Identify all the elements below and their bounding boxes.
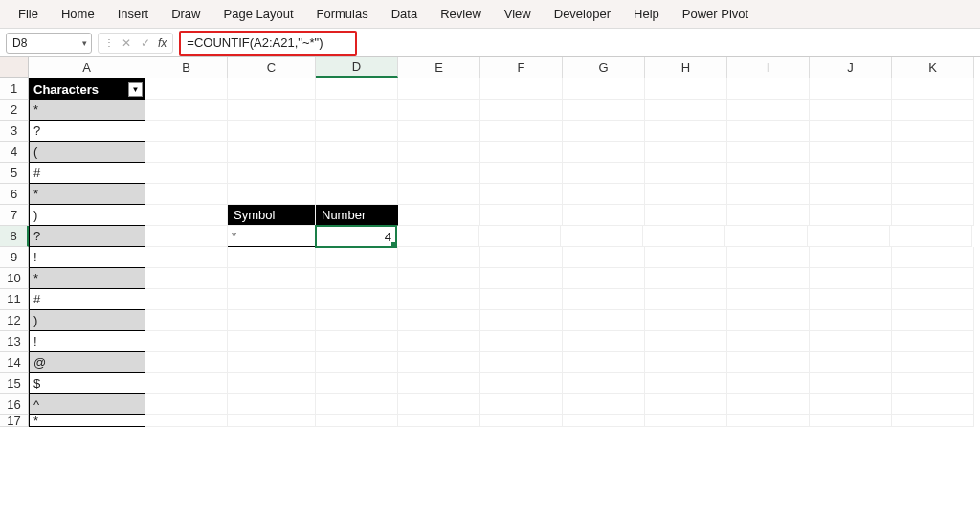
cell-I1[interactable]	[727, 78, 810, 100]
cell-K10[interactable]	[892, 268, 974, 289]
cell-A5[interactable]: #	[29, 163, 145, 184]
col-header-A[interactable]: A	[29, 57, 145, 78]
formula-bar[interactable]: =COUNTIF(A2:A21,"~*")	[179, 31, 357, 56]
cell-G10[interactable]	[563, 268, 645, 289]
cell-I17[interactable]	[727, 415, 810, 427]
cell-E15[interactable]	[398, 373, 480, 394]
cell-C15[interactable]	[228, 373, 316, 394]
cell-J17[interactable]	[810, 415, 892, 427]
cell-C6[interactable]	[228, 184, 316, 205]
cell-F16[interactable]	[480, 394, 563, 415]
tab-file[interactable]: File	[8, 1, 49, 27]
cell-K17[interactable]	[892, 415, 974, 427]
cell-H11[interactable]	[645, 289, 727, 310]
cell-E2[interactable]	[398, 100, 480, 121]
cell-B15[interactable]	[145, 373, 228, 394]
row-header-12[interactable]: 12	[0, 310, 29, 331]
row-header-16[interactable]: 16	[0, 394, 29, 415]
cell-G13[interactable]	[563, 331, 645, 352]
cell-B13[interactable]	[145, 331, 228, 352]
cell-B11[interactable]	[145, 289, 228, 310]
cell-H14[interactable]	[645, 352, 727, 373]
cell-A2[interactable]: *	[29, 100, 145, 121]
cell-I9[interactable]	[727, 247, 810, 268]
cell-D16[interactable]	[316, 394, 398, 415]
cell-J11[interactable]	[810, 289, 892, 310]
cell-A16[interactable]: ^	[29, 394, 145, 415]
cell-B17[interactable]	[145, 415, 228, 427]
enter-icon[interactable]: ✓	[137, 34, 154, 52]
tab-home[interactable]: Home	[51, 1, 105, 27]
cell-D7[interactable]: Number	[316, 205, 398, 226]
row-header-7[interactable]: 7	[0, 205, 29, 226]
cell-H3[interactable]	[645, 121, 727, 142]
cell-D11[interactable]	[316, 289, 398, 310]
cell-K12[interactable]	[892, 310, 974, 331]
cell-J6[interactable]	[810, 184, 892, 205]
cell-C5[interactable]	[228, 163, 316, 184]
cell-E10[interactable]	[398, 268, 480, 289]
cell-J3[interactable]	[810, 121, 892, 142]
cell-A3[interactable]: ?	[29, 121, 145, 142]
cell-K8[interactable]	[890, 226, 972, 247]
cell-A12[interactable]: )	[29, 310, 145, 331]
row-header-13[interactable]: 13	[0, 331, 29, 352]
cell-C7[interactable]: Symbol	[228, 205, 316, 226]
cell-D8[interactable]: 4	[315, 225, 397, 248]
cell-J8[interactable]	[808, 226, 890, 247]
cell-D14[interactable]	[316, 352, 398, 373]
cell-C14[interactable]	[228, 352, 316, 373]
cell-G9[interactable]	[563, 247, 645, 268]
row-header-11[interactable]: 11	[0, 289, 29, 310]
cell-G15[interactable]	[563, 373, 645, 394]
cancel-icon[interactable]: ✕	[118, 34, 135, 52]
cell-G3[interactable]	[563, 121, 645, 142]
cell-F4[interactable]	[480, 142, 563, 163]
cell-D17[interactable]	[316, 415, 398, 427]
cell-K2[interactable]	[892, 100, 974, 121]
cell-A7[interactable]: )	[29, 205, 145, 226]
row-header-3[interactable]: 3	[0, 121, 29, 142]
cell-K4[interactable]	[892, 142, 974, 163]
cell-A17[interactable]: *	[29, 415, 145, 427]
cell-A6[interactable]: *	[29, 184, 145, 205]
tab-power-pivot[interactable]: Power Pivot	[672, 1, 759, 27]
tab-help[interactable]: Help	[623, 1, 670, 27]
cell-I12[interactable]	[727, 310, 810, 331]
cell-F2[interactable]	[480, 100, 563, 121]
cell-C11[interactable]	[228, 289, 316, 310]
cell-K5[interactable]	[892, 163, 974, 184]
cell-F11[interactable]	[480, 289, 563, 310]
cell-H2[interactable]	[645, 100, 727, 121]
cell-I2[interactable]	[727, 100, 810, 121]
cell-E16[interactable]	[398, 394, 480, 415]
cell-I10[interactable]	[727, 268, 810, 289]
cell-G8[interactable]	[561, 226, 643, 247]
cell-B6[interactable]	[145, 184, 228, 205]
cell-I5[interactable]	[727, 163, 810, 184]
cell-E3[interactable]	[398, 121, 480, 142]
row-header-4[interactable]: 4	[0, 142, 29, 163]
cell-H5[interactable]	[645, 163, 727, 184]
cell-F8[interactable]	[479, 226, 561, 247]
cell-J7[interactable]	[810, 205, 892, 226]
tab-formulas[interactable]: Formulas	[306, 1, 379, 27]
col-header-J[interactable]: J	[810, 57, 892, 78]
cell-H6[interactable]	[645, 184, 727, 205]
cell-G7[interactable]	[563, 205, 645, 226]
cell-C2[interactable]	[228, 100, 316, 121]
cell-A15[interactable]: $	[29, 373, 145, 394]
cell-E5[interactable]	[398, 163, 480, 184]
cell-B9[interactable]	[145, 247, 228, 268]
cell-D15[interactable]	[316, 373, 398, 394]
cell-A1[interactable]: Characters▼	[29, 78, 145, 100]
cell-C12[interactable]	[228, 310, 316, 331]
cell-I3[interactable]	[727, 121, 810, 142]
select-all-corner[interactable]	[0, 57, 29, 78]
tab-developer[interactable]: Developer	[544, 1, 621, 27]
cell-A8[interactable]: ?	[29, 226, 145, 247]
cell-B8[interactable]	[145, 226, 228, 247]
row-header-5[interactable]: 5	[0, 163, 29, 184]
cell-D5[interactable]	[316, 163, 398, 184]
row-header-10[interactable]: 10	[0, 268, 29, 289]
